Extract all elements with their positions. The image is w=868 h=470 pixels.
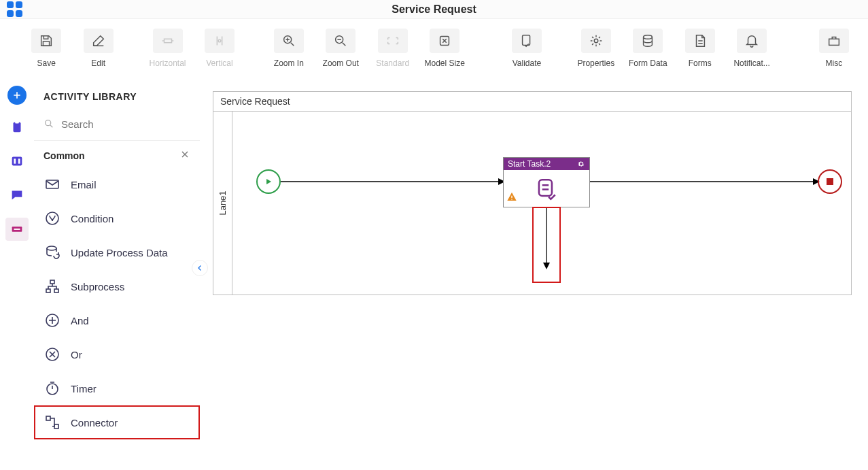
svg-rect-0 bbox=[44, 41, 50, 46]
library-item-email-label: Email bbox=[71, 179, 97, 190]
highlight-dangling-connector bbox=[532, 207, 561, 283]
end-event-node[interactable] bbox=[818, 169, 842, 194]
stop-icon bbox=[827, 178, 833, 185]
save-label: Save bbox=[37, 58, 56, 68]
svg-rect-36 bbox=[827, 178, 833, 185]
svg-rect-22 bbox=[46, 289, 50, 292]
library-item-connector-label: Connector bbox=[71, 417, 118, 429]
misc-button[interactable]: Misc bbox=[814, 29, 854, 68]
process-pool[interactable]: Service Request Lane1 bbox=[213, 91, 852, 295]
model-size-label: Model Size bbox=[424, 58, 464, 68]
forms-label: Forms bbox=[689, 58, 712, 68]
edge-task-to-end bbox=[590, 178, 820, 187]
edge-start-to-task bbox=[281, 178, 505, 187]
zoom-in-icon bbox=[281, 33, 296, 48]
nav-chat[interactable] bbox=[5, 184, 29, 207]
library-search-input[interactable] bbox=[61, 118, 190, 130]
vertical-button: Vertical bbox=[199, 29, 240, 68]
process-icon bbox=[10, 222, 24, 237]
svg-rect-1 bbox=[164, 39, 171, 43]
library-title: ACTIVITY LIBRARY bbox=[34, 91, 200, 113]
warning-icon bbox=[506, 191, 517, 204]
svg-rect-16 bbox=[14, 229, 20, 230]
svg-rect-33 bbox=[539, 180, 552, 196]
library-item-or-label: Or bbox=[71, 349, 82, 360]
subprocess-icon bbox=[44, 278, 60, 295]
clipboard-icon bbox=[10, 120, 24, 135]
update-data-icon bbox=[44, 244, 60, 261]
misc-icon bbox=[827, 33, 841, 48]
svg-point-20 bbox=[47, 246, 56, 250]
notifications-button[interactable]: Notificat... bbox=[731, 29, 772, 68]
svg-rect-12 bbox=[12, 157, 22, 166]
close-icon bbox=[179, 149, 190, 160]
lane-label: Lane1 bbox=[213, 112, 232, 295]
library-item-email[interactable]: Email bbox=[34, 167, 200, 201]
columns-icon bbox=[10, 154, 24, 169]
svg-rect-18 bbox=[46, 180, 58, 188]
section-common-label: Common bbox=[44, 150, 85, 161]
standard-icon bbox=[385, 33, 400, 48]
email-icon bbox=[44, 176, 60, 192]
zoom-out-button[interactable]: Zoom Out bbox=[320, 29, 361, 68]
lane-name: Lane1 bbox=[218, 190, 228, 215]
library-item-connector[interactable]: Connector bbox=[34, 405, 200, 439]
svg-point-19 bbox=[46, 212, 58, 224]
nav-columns[interactable] bbox=[5, 150, 29, 173]
svg-rect-31 bbox=[511, 196, 512, 198]
timer-icon bbox=[44, 380, 60, 397]
validate-button[interactable]: Validate bbox=[506, 29, 547, 68]
vertical-label: Vertical bbox=[206, 58, 232, 68]
notifications-label: Notificat... bbox=[733, 58, 769, 68]
gear-icon[interactable] bbox=[577, 160, 585, 168]
left-nav bbox=[0, 75, 34, 463]
save-button[interactable]: Save bbox=[26, 29, 67, 68]
task-node[interactable]: Start Task.2 bbox=[503, 157, 590, 207]
svg-point-8 bbox=[644, 35, 653, 39]
model-size-icon bbox=[437, 33, 452, 48]
validate-label: Validate bbox=[513, 58, 541, 68]
svg-rect-9 bbox=[829, 39, 839, 45]
library-item-or[interactable]: Or bbox=[34, 337, 200, 371]
standard-button: Standard bbox=[372, 29, 413, 68]
task-title: Start Task.2 bbox=[508, 159, 551, 169]
zoom-in-label: Zoom In bbox=[274, 58, 304, 68]
svg-rect-11 bbox=[15, 121, 19, 124]
search-icon bbox=[44, 117, 54, 131]
properties-button[interactable]: Properties bbox=[576, 29, 617, 68]
nav-clipboard[interactable] bbox=[5, 116, 29, 139]
library-item-and-label: And bbox=[71, 315, 89, 326]
collapse-section-button[interactable] bbox=[179, 149, 190, 162]
edit-label: Edit bbox=[91, 58, 105, 68]
library-item-subprocess[interactable]: Subprocess bbox=[34, 269, 200, 303]
svg-rect-10 bbox=[14, 122, 21, 133]
properties-icon bbox=[589, 33, 604, 48]
svg-rect-32 bbox=[511, 199, 512, 199]
svg-rect-14 bbox=[18, 158, 20, 163]
nav-process[interactable] bbox=[5, 218, 29, 241]
svg-rect-23 bbox=[54, 289, 58, 292]
forms-button[interactable]: Forms bbox=[679, 29, 720, 68]
zoom-in-button[interactable]: Zoom In bbox=[268, 29, 309, 68]
library-item-condition[interactable]: Condition bbox=[34, 201, 200, 235]
library-item-update-process-data-label: Update Process Data bbox=[71, 247, 168, 258]
save-icon bbox=[39, 33, 54, 48]
horizontal-icon bbox=[160, 33, 175, 48]
add-button[interactable] bbox=[7, 86, 27, 105]
forms-icon bbox=[693, 33, 708, 48]
start-event-node[interactable] bbox=[256, 169, 281, 194]
edit-button[interactable]: Edit bbox=[77, 29, 118, 68]
library-item-and[interactable]: And bbox=[34, 303, 200, 337]
vertical-icon bbox=[212, 33, 227, 48]
app-logo-icon[interactable] bbox=[7, 1, 22, 17]
model-size-button[interactable]: Model Size bbox=[424, 29, 465, 68]
standard-label: Standard bbox=[376, 58, 409, 68]
form-data-button[interactable]: Form Data bbox=[627, 29, 668, 68]
library-item-timer-label: Timer bbox=[71, 383, 97, 395]
form-data-label: Form Data bbox=[629, 58, 667, 68]
process-canvas[interactable]: Service Request Lane1 bbox=[201, 75, 868, 463]
library-item-timer[interactable]: Timer bbox=[34, 371, 200, 405]
svg-rect-28 bbox=[54, 424, 58, 429]
toolbar: Save Edit Horizontal Vertical Zoom In Zo… bbox=[0, 19, 868, 75]
library-item-update-process-data[interactable]: Update Process Data bbox=[34, 235, 200, 269]
